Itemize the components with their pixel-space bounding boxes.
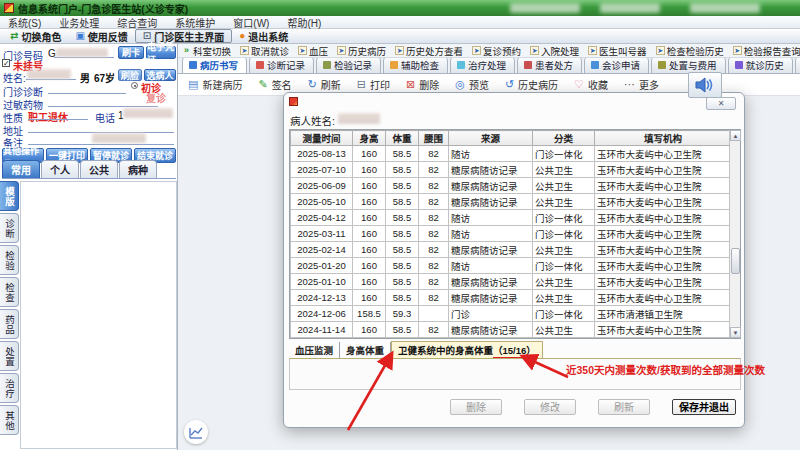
doc-tab-7[interactable]: 处置与费用 xyxy=(651,58,726,73)
doc-tab-1[interactable]: 诊断记录 xyxy=(249,58,314,73)
dialog-tab-1[interactable]: 身高体重 xyxy=(340,342,391,358)
table-row[interactable]: 2025-04-1216058.582随访门诊一体化玉环市大麦屿中心卫生院 xyxy=(291,210,732,226)
dialog-patient-name: 病人姓名: xyxy=(290,113,335,128)
address-field[interactable] xyxy=(28,123,174,133)
face-scan-button[interactable]: 刷脸 xyxy=(118,69,142,81)
side-tab-4[interactable]: 药品 xyxy=(0,309,19,339)
quick-tab-3[interactable]: ➤历史病历 xyxy=(337,44,386,58)
doc-toolbar-4[interactable]: ⊠删除 xyxy=(406,77,439,92)
doc-tab-3[interactable]: 辅助检查 xyxy=(383,58,448,73)
doc-toolbar-5[interactable]: ◎预览 xyxy=(455,77,489,92)
cell: 82 xyxy=(419,146,449,162)
table-row[interactable]: 2025-02-1416058.582糖尿病随访记录公共卫生玉环市大麦屿中心卫生… xyxy=(291,242,732,258)
cell: 82 xyxy=(419,322,449,338)
cell: 公共卫生 xyxy=(533,290,595,306)
side-tab-0[interactable]: 模版 xyxy=(0,181,19,211)
doc-toolbar-1[interactable]: ✎签名 xyxy=(258,77,291,92)
quick-tab-4[interactable]: ➤历史处方查看 xyxy=(395,44,463,58)
save-exit-button[interactable]: 保存并退出 xyxy=(672,399,736,415)
trend-chart-button[interactable] xyxy=(184,420,208,444)
quick-tab-7[interactable]: ➤医生叫号器 xyxy=(588,44,647,58)
table-row[interactable]: 2024-12-1316058.582糖尿病随访记录公共卫生玉环市大麦屿中心卫生… xyxy=(291,290,732,306)
quick-tab-1[interactable]: ➤取消就诊 xyxy=(240,44,289,58)
doc-tab-4[interactable]: 治疗处理 xyxy=(450,58,515,73)
app-toolbar-exit[interactable]: ●退出系统 xyxy=(232,29,295,43)
quick-tab-0[interactable]: »科室切换 xyxy=(182,44,231,58)
dialog-tab-health-system[interactable]: 卫健系统中的身高体重（15/16） xyxy=(391,341,543,358)
redacted-title-area xyxy=(690,3,760,13)
refresh-button[interactable]: 刷新 xyxy=(598,399,650,415)
table-row[interactable]: 2025-01-1016058.582糖尿病随访记录公共卫生玉环市大麦屿中心卫生… xyxy=(291,274,732,290)
doc-tab-9[interactable]: 病历翻阅 xyxy=(795,58,800,73)
quick-tab-5[interactable]: ➤复诊预约 xyxy=(472,44,521,58)
patient-tab-病种[interactable]: 病种 xyxy=(119,160,157,178)
doc-toolbar-8[interactable]: ⋯更多 xyxy=(624,77,659,92)
e-voucher-button[interactable]: 电子凭证 xyxy=(146,46,176,59)
table-row[interactable]: 2025-05-1016058.582糖尿病随访记录公共卫生玉环市大麦屿中心卫生… xyxy=(291,194,732,210)
doc-toolbar-2[interactable]: ↻刷新 xyxy=(308,77,341,92)
table-row[interactable]: 2025-03-1116058.582随访门诊一体化玉环市大麦屿中心卫生院 xyxy=(291,226,732,242)
modify-button[interactable]: 修改 xyxy=(524,399,576,415)
cell: 58.5 xyxy=(386,210,419,226)
unregistered-checkbox[interactable]: ✓ xyxy=(2,59,10,67)
patient-tab-公共[interactable]: 公共 xyxy=(80,160,118,178)
scroll-down-icon[interactable]: ▼ xyxy=(730,327,741,338)
side-tab-7[interactable]: 其他 xyxy=(0,405,19,435)
app-toolbar-item-0[interactable]: ⇄切换角色 xyxy=(3,29,68,43)
quick-tab-8[interactable]: ➤检查检验历史 xyxy=(656,44,724,58)
menu-item-3[interactable]: 系统维护 xyxy=(175,15,215,30)
patient-tab-个人[interactable]: 个人 xyxy=(41,160,79,178)
col-header-2: 体重 xyxy=(386,131,419,146)
quick-tab-6[interactable]: ➤入院处理 xyxy=(530,44,579,58)
doc-toolbar-6[interactable]: ↺历史病历 xyxy=(505,77,558,92)
quick-tab-label: 血压 xyxy=(309,44,328,58)
menu-item-2[interactable]: 综合查询 xyxy=(117,15,157,30)
scroll-up-icon[interactable]: ▲ xyxy=(730,130,741,141)
side-tab-2[interactable]: 检验 xyxy=(0,245,19,275)
col-header-5: 分类 xyxy=(533,131,595,146)
cell: 82 xyxy=(419,258,449,274)
table-row[interactable]: 2025-08-1316058.582随访门诊一体化玉环市大麦屿中心卫生院 xyxy=(291,146,732,162)
first-visit-radio[interactable] xyxy=(131,82,138,89)
side-tab-1[interactable]: 诊断 xyxy=(0,213,19,243)
cell: 82 xyxy=(419,210,449,226)
table-row[interactable]: 2025-01-2016058.582随访门诊一体化玉环市大麦屿中心卫生院 xyxy=(291,258,732,274)
side-tab-5[interactable]: 处置 xyxy=(0,341,19,371)
table-row[interactable]: 2025-06-0916058.582糖尿病随访记录公共卫生玉环市大麦屿中心卫生… xyxy=(291,178,732,194)
dialog-tab-0[interactable]: 血压监测 xyxy=(289,342,340,358)
table-row[interactable]: 2024-11-1416058.582糖尿病随访记录公共卫生玉环市大麦屿中心卫生… xyxy=(291,322,732,338)
doc-tab-0[interactable]: 病历书写 xyxy=(182,58,247,73)
side-tab-6[interactable]: 治疗 xyxy=(0,373,19,403)
doc-toolbar-3[interactable]: ⊟打印 xyxy=(357,77,390,92)
table-row[interactable]: 2025-07-1016058.582糖尿病随访记录公共卫生玉环市大麦屿中心卫生… xyxy=(291,162,732,178)
menu-item-0[interactable]: 系统(S) xyxy=(8,15,41,30)
allergy-field[interactable] xyxy=(48,97,158,107)
menu-item-4[interactable]: 窗口(W) xyxy=(233,15,269,30)
diagnosis-field[interactable] xyxy=(48,84,126,94)
table-row[interactable]: 2024-12-06158.559.3门诊门诊一体化玉环市清港镇卫生院 xyxy=(291,306,732,322)
quick-tab-9[interactable]: ➤检验报告查询 xyxy=(733,44,800,58)
cell: 160 xyxy=(353,146,386,162)
app-toolbar-item-1[interactable]: ▣使用反馈 xyxy=(68,29,134,43)
text-to-speech-button[interactable] xyxy=(688,72,722,98)
menu-item-5[interactable]: 帮助(H) xyxy=(287,15,321,30)
doc-toolbar-0[interactable]: ▤新建病历 xyxy=(188,77,242,92)
doc-tab-5[interactable]: 患者处方 xyxy=(517,58,582,73)
doc-tab-8[interactable]: 就诊历史 xyxy=(728,58,793,73)
template-list-area[interactable] xyxy=(20,181,177,449)
col-header-1: 身高 xyxy=(353,131,386,146)
cell: 公共卫生 xyxy=(533,274,595,290)
dialog-close-button[interactable]: ✕ xyxy=(706,97,736,110)
doc-toolbar-7[interactable]: ♡收藏 xyxy=(574,77,608,92)
side-tab-3[interactable]: 检查 xyxy=(0,277,19,307)
delete-button[interactable]: 删除 xyxy=(450,399,502,415)
doc-tab-2[interactable]: 检验记录 xyxy=(316,58,381,73)
menu-item-1[interactable]: 业务处理 xyxy=(59,15,99,30)
scrollbar-thumb[interactable] xyxy=(731,248,740,274)
quick-tab-2[interactable]: ➤血压 xyxy=(298,44,328,58)
table-scrollbar[interactable]: ▲ ▼ xyxy=(729,130,740,338)
patient-tab-常用[interactable]: 常用 xyxy=(2,160,40,178)
swipe-card-button[interactable]: 刷卡 xyxy=(118,46,144,59)
measurements-table[interactable]: 测量时间身高体重腰围来源分类填写机构 2025-08-1316058.582随访… xyxy=(290,130,732,338)
doc-tab-6[interactable]: 会诊申请 xyxy=(584,58,649,73)
